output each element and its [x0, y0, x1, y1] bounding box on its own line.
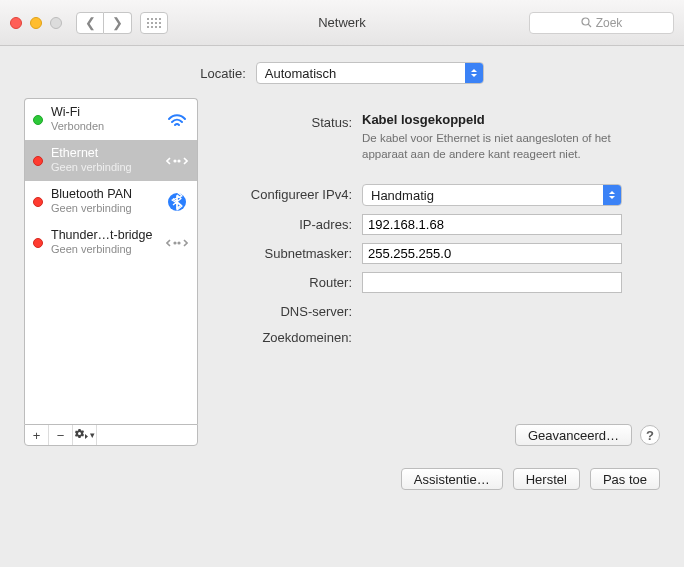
router-field[interactable] [362, 272, 622, 293]
zoom-icon[interactable] [50, 17, 62, 29]
service-name: Ethernet [51, 146, 157, 161]
ethernet-icon [165, 236, 189, 250]
chevron-updown-icon [465, 63, 483, 83]
config-value: Handmatig [371, 188, 434, 203]
subnet-label: Subnetmasker: [212, 243, 362, 261]
sidebar-item-thunderbolt[interactable]: Thunder…t-bridge Geen verbinding [25, 222, 197, 263]
status-led [33, 197, 43, 207]
svg-rect-7 [159, 22, 161, 24]
location-select[interactable]: Automatisch [256, 62, 484, 84]
svg-line-13 [588, 24, 591, 27]
router-label: Router: [212, 272, 362, 290]
service-name: Thunder…t-bridge [51, 228, 157, 243]
remove-button[interactable]: − [49, 425, 73, 445]
bluetooth-icon [165, 192, 189, 212]
detail-panel: Status: Kabel losgekoppeld De kabel voor… [212, 98, 660, 446]
status-description: De kabel voor Ethernet is niet aangeslot… [362, 131, 622, 162]
subnet-field[interactable] [362, 243, 622, 264]
search-icon [581, 17, 592, 28]
svg-rect-8 [147, 26, 149, 28]
ethernet-icon [165, 154, 189, 168]
list-footer: + − ▾ [24, 424, 198, 446]
wifi-icon [165, 112, 189, 128]
add-button[interactable]: + [25, 425, 49, 445]
search-input[interactable]: Zoek [529, 12, 674, 34]
ip-field[interactable] [362, 214, 622, 235]
domains-label: Zoekdomeinen: [212, 327, 362, 345]
apply-button[interactable]: Pas toe [590, 468, 660, 490]
svg-rect-1 [151, 18, 153, 20]
ip-label: IP-adres: [212, 214, 362, 232]
config-select[interactable]: Handmatig [362, 184, 622, 206]
svg-point-12 [582, 18, 589, 25]
svg-rect-9 [151, 26, 153, 28]
status-title: Kabel losgekoppeld [362, 112, 660, 127]
status-led [33, 115, 43, 125]
service-status: Geen verbinding [51, 202, 157, 215]
svg-rect-4 [147, 22, 149, 24]
svg-rect-6 [155, 22, 157, 24]
config-label: Configureer IPv4: [212, 184, 362, 202]
sidebar-item-bluetooth[interactable]: Bluetooth PAN Geen verbinding [25, 181, 197, 222]
minimize-icon[interactable] [30, 17, 42, 29]
dns-label: DNS-server: [212, 301, 362, 319]
svg-point-17 [174, 242, 176, 244]
titlebar: ❮ ❯ Netwerk Zoek [0, 0, 684, 46]
svg-point-15 [178, 160, 180, 162]
status-led [33, 156, 43, 166]
svg-rect-5 [151, 22, 153, 24]
window-controls [10, 17, 62, 29]
service-status: Verbonden [51, 120, 157, 133]
nav-buttons: ❮ ❯ [76, 12, 132, 34]
chevron-updown-icon [603, 185, 621, 205]
sidebar-item-ethernet[interactable]: Ethernet Geen verbinding [25, 140, 197, 181]
svg-point-14 [174, 160, 176, 162]
svg-rect-3 [159, 18, 161, 20]
svg-rect-11 [159, 26, 161, 28]
gear-icon [75, 429, 89, 441]
assist-button[interactable]: Assistentie… [401, 468, 503, 490]
help-button[interactable]: ? [640, 425, 660, 445]
svg-rect-10 [155, 26, 157, 28]
forward-button[interactable]: ❯ [104, 12, 132, 34]
service-status: Geen verbinding [51, 161, 157, 174]
svg-point-18 [178, 242, 180, 244]
service-status: Geen verbinding [51, 243, 157, 256]
svg-rect-2 [155, 18, 157, 20]
service-list: Wi-Fi Verbonden Ethernet Geen verbinding [24, 98, 198, 424]
location-value: Automatisch [265, 66, 337, 81]
back-button[interactable]: ❮ [76, 12, 104, 34]
svg-rect-0 [147, 18, 149, 20]
service-name: Wi-Fi [51, 105, 157, 120]
grid-button[interactable] [140, 12, 168, 34]
sidebar-item-wifi[interactable]: Wi-Fi Verbonden [25, 99, 197, 140]
service-name: Bluetooth PAN [51, 187, 157, 202]
status-label: Status: [212, 112, 362, 130]
grid-icon [147, 18, 161, 28]
advanced-button[interactable]: Geavanceerd… [515, 424, 632, 446]
close-icon[interactable] [10, 17, 22, 29]
revert-button[interactable]: Herstel [513, 468, 580, 490]
search-placeholder: Zoek [596, 16, 623, 30]
gear-button[interactable]: ▾ [73, 425, 97, 445]
location-label: Locatie: [200, 66, 246, 81]
status-led [33, 238, 43, 248]
